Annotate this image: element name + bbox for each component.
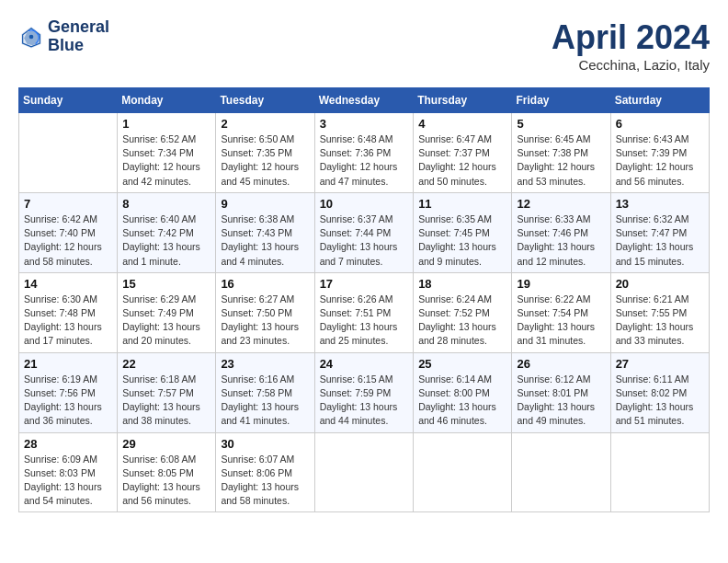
day-detail: Sunrise: 6:33 AMSunset: 7:46 PMDaylight:…	[517, 213, 605, 269]
calendar-cell: 23Sunrise: 6:16 AMSunset: 7:58 PMDayligh…	[216, 352, 314, 432]
calendar-table: SundayMondayTuesdayWednesdayThursdayFrid…	[18, 87, 710, 512]
day-number: 6	[616, 117, 704, 131]
day-number: 21	[24, 357, 112, 371]
calendar-cell: 18Sunrise: 6:24 AMSunset: 7:52 PMDayligh…	[414, 272, 512, 352]
day-number: 26	[517, 357, 605, 371]
calendar-cell: 28Sunrise: 6:09 AMSunset: 8:03 PMDayligh…	[19, 432, 118, 512]
day-number: 5	[517, 117, 605, 131]
calendar-cell: 8Sunrise: 6:40 AMSunset: 7:42 PMDaylight…	[118, 192, 216, 272]
page-header: General Blue April 2024 Cecchina, Lazio,…	[18, 18, 710, 73]
weekday-header: Friday	[512, 88, 610, 113]
calendar-cell: 5Sunrise: 6:45 AMSunset: 7:38 PMDaylight…	[512, 113, 610, 193]
day-detail: Sunrise: 6:38 AMSunset: 7:43 PMDaylight:…	[221, 213, 309, 269]
day-number: 10	[320, 197, 409, 211]
weekday-header: Wednesday	[314, 88, 414, 113]
logo: General Blue	[18, 18, 109, 55]
svg-point-3	[29, 34, 34, 39]
calendar-cell: 26Sunrise: 6:12 AMSunset: 8:01 PMDayligh…	[512, 352, 610, 432]
calendar-cell: 20Sunrise: 6:21 AMSunset: 7:55 PMDayligh…	[610, 272, 709, 352]
day-detail: Sunrise: 6:48 AMSunset: 7:36 PMDaylight:…	[320, 132, 409, 189]
day-detail: Sunrise: 6:22 AMSunset: 7:54 PMDaylight:…	[517, 293, 605, 349]
day-number: 3	[320, 117, 409, 131]
calendar-cell: 29Sunrise: 6:08 AMSunset: 8:05 PMDayligh…	[118, 432, 216, 512]
calendar-cell: 25Sunrise: 6:14 AMSunset: 8:00 PMDayligh…	[414, 352, 512, 432]
day-number: 7	[24, 197, 112, 211]
logo-line1: General	[48, 18, 109, 37]
calendar-cell: 12Sunrise: 6:33 AMSunset: 7:46 PMDayligh…	[512, 192, 610, 272]
calendar-week-row: 21Sunrise: 6:19 AMSunset: 7:56 PMDayligh…	[19, 352, 710, 432]
day-detail: Sunrise: 6:27 AMSunset: 7:50 PMDaylight:…	[221, 293, 309, 349]
day-detail: Sunrise: 6:07 AMSunset: 8:06 PMDaylight:…	[221, 453, 309, 509]
weekday-header: Tuesday	[216, 88, 314, 113]
day-number: 18	[418, 277, 506, 291]
calendar-cell: 19Sunrise: 6:22 AMSunset: 7:54 PMDayligh…	[512, 272, 610, 352]
day-detail: Sunrise: 6:26 AMSunset: 7:51 PMDaylight:…	[320, 293, 409, 349]
day-number: 2	[221, 117, 309, 131]
day-detail: Sunrise: 6:08 AMSunset: 8:05 PMDaylight:…	[122, 453, 210, 509]
day-detail: Sunrise: 6:15 AMSunset: 7:59 PMDaylight:…	[320, 373, 409, 429]
day-detail: Sunrise: 6:35 AMSunset: 7:45 PMDaylight:…	[418, 213, 506, 269]
calendar-cell: 3Sunrise: 6:48 AMSunset: 7:36 PMDaylight…	[314, 113, 414, 193]
calendar-week-row: 7Sunrise: 6:42 AMSunset: 7:40 PMDaylight…	[19, 192, 710, 272]
calendar-cell	[512, 432, 610, 512]
title-block: April 2024 Cecchina, Lazio, Italy	[552, 18, 710, 73]
day-number: 16	[221, 277, 309, 291]
day-detail: Sunrise: 6:16 AMSunset: 7:58 PMDaylight:…	[221, 373, 309, 429]
day-number: 29	[122, 437, 210, 451]
day-detail: Sunrise: 6:11 AMSunset: 8:02 PMDaylight:…	[616, 373, 704, 429]
day-number: 30	[221, 437, 309, 451]
calendar-cell: 2Sunrise: 6:50 AMSunset: 7:35 PMDaylight…	[216, 113, 314, 193]
day-detail: Sunrise: 6:50 AMSunset: 7:35 PMDaylight:…	[221, 132, 309, 189]
calendar-cell: 6Sunrise: 6:43 AMSunset: 7:39 PMDaylight…	[610, 113, 709, 193]
day-detail: Sunrise: 6:52 AMSunset: 7:34 PMDaylight:…	[122, 132, 210, 189]
calendar-cell: 30Sunrise: 6:07 AMSunset: 8:06 PMDayligh…	[216, 432, 314, 512]
calendar-cell: 16Sunrise: 6:27 AMSunset: 7:50 PMDayligh…	[216, 272, 314, 352]
calendar-cell	[414, 432, 512, 512]
weekday-header: Saturday	[610, 88, 709, 113]
day-detail: Sunrise: 6:45 AMSunset: 7:38 PMDaylight:…	[517, 132, 605, 189]
day-number: 1	[122, 117, 210, 131]
calendar-cell: 4Sunrise: 6:47 AMSunset: 7:37 PMDaylight…	[414, 113, 512, 193]
day-detail: Sunrise: 6:29 AMSunset: 7:49 PMDaylight:…	[122, 293, 210, 349]
day-number: 8	[122, 197, 210, 211]
day-detail: Sunrise: 6:32 AMSunset: 7:47 PMDaylight:…	[616, 213, 704, 269]
calendar-cell: 14Sunrise: 6:30 AMSunset: 7:48 PMDayligh…	[19, 272, 118, 352]
calendar-cell: 7Sunrise: 6:42 AMSunset: 7:40 PMDaylight…	[19, 192, 118, 272]
calendar-cell: 21Sunrise: 6:19 AMSunset: 7:56 PMDayligh…	[19, 352, 118, 432]
day-number: 9	[221, 197, 309, 211]
day-detail: Sunrise: 6:09 AMSunset: 8:03 PMDaylight:…	[24, 453, 112, 509]
calendar-cell: 22Sunrise: 6:18 AMSunset: 7:57 PMDayligh…	[118, 352, 216, 432]
calendar-cell: 11Sunrise: 6:35 AMSunset: 7:45 PMDayligh…	[414, 192, 512, 272]
day-number: 4	[418, 117, 506, 131]
location: Cecchina, Lazio, Italy	[552, 57, 710, 73]
day-detail: Sunrise: 6:12 AMSunset: 8:01 PMDaylight:…	[517, 373, 605, 429]
day-detail: Sunrise: 6:18 AMSunset: 7:57 PMDaylight:…	[122, 373, 210, 429]
calendar-cell: 13Sunrise: 6:32 AMSunset: 7:47 PMDayligh…	[610, 192, 709, 272]
calendar-cell: 10Sunrise: 6:37 AMSunset: 7:44 PMDayligh…	[314, 192, 414, 272]
day-number: 19	[517, 277, 605, 291]
calendar-cell	[610, 432, 709, 512]
day-number: 13	[616, 197, 704, 211]
day-detail: Sunrise: 6:37 AMSunset: 7:44 PMDaylight:…	[320, 213, 409, 269]
day-detail: Sunrise: 6:40 AMSunset: 7:42 PMDaylight:…	[122, 213, 210, 269]
day-detail: Sunrise: 6:21 AMSunset: 7:55 PMDaylight:…	[616, 293, 704, 349]
day-detail: Sunrise: 6:30 AMSunset: 7:48 PMDaylight:…	[24, 293, 112, 349]
calendar-week-row: 1Sunrise: 6:52 AMSunset: 7:34 PMDaylight…	[19, 113, 710, 193]
weekday-header: Sunday	[19, 88, 118, 113]
calendar-week-row: 28Sunrise: 6:09 AMSunset: 8:03 PMDayligh…	[19, 432, 710, 512]
calendar-cell: 1Sunrise: 6:52 AMSunset: 7:34 PMDaylight…	[118, 113, 216, 193]
calendar-cell: 17Sunrise: 6:26 AMSunset: 7:51 PMDayligh…	[314, 272, 414, 352]
weekday-header: Monday	[118, 88, 216, 113]
day-number: 17	[320, 277, 409, 291]
calendar-cell: 24Sunrise: 6:15 AMSunset: 7:59 PMDayligh…	[314, 352, 414, 432]
day-detail: Sunrise: 6:42 AMSunset: 7:40 PMDaylight:…	[24, 213, 112, 269]
day-number: 23	[221, 357, 309, 371]
calendar-cell: 9Sunrise: 6:38 AMSunset: 7:43 PMDaylight…	[216, 192, 314, 272]
day-detail: Sunrise: 6:47 AMSunset: 7:37 PMDaylight:…	[418, 132, 506, 189]
logo-icon	[18, 24, 44, 50]
day-number: 28	[24, 437, 112, 451]
day-detail: Sunrise: 6:19 AMSunset: 7:56 PMDaylight:…	[24, 373, 112, 429]
calendar-cell	[314, 432, 414, 512]
day-number: 27	[616, 357, 704, 371]
day-detail: Sunrise: 6:14 AMSunset: 8:00 PMDaylight:…	[418, 373, 506, 429]
